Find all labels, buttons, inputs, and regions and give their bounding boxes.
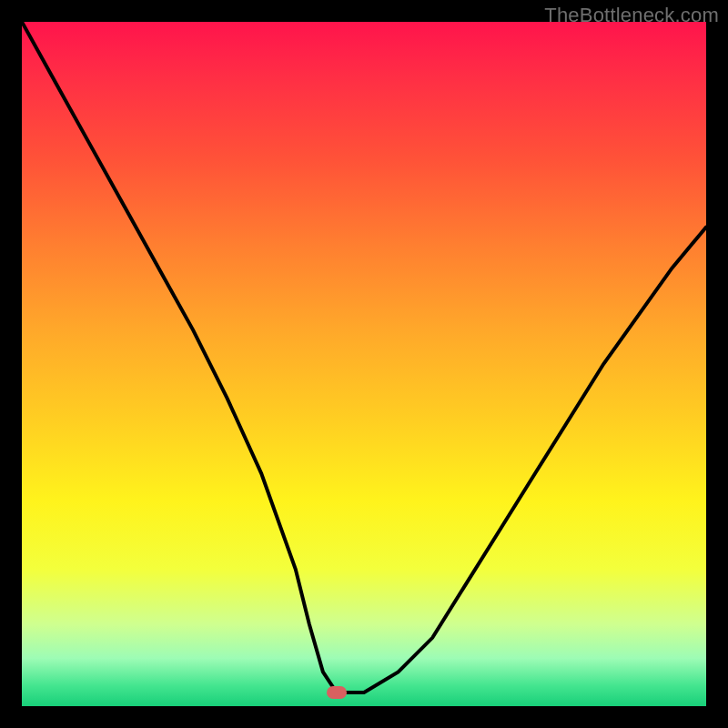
- optimal-point-marker: [327, 686, 347, 699]
- plot-area: [22, 22, 706, 706]
- chart-frame: TheBottleneck.com: [0, 0, 728, 728]
- bottleneck-curve: [22, 22, 706, 706]
